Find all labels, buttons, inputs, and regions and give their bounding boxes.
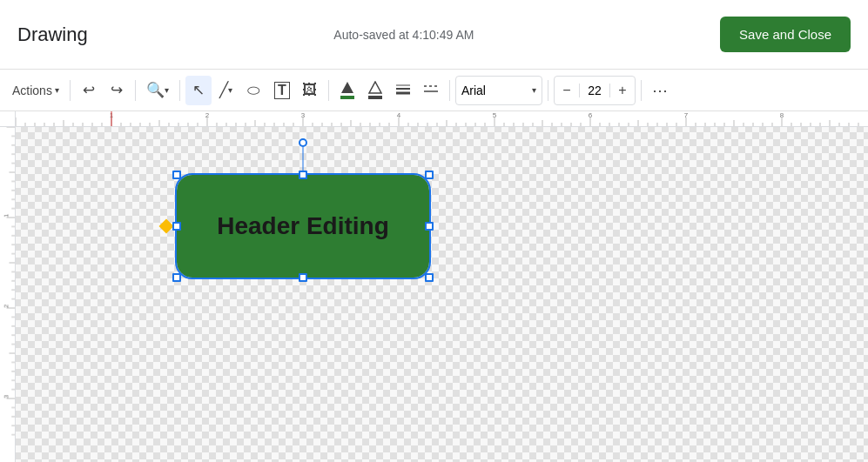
decrease-icon: −: [562, 83, 570, 98]
autosave-status: Auto-saved at 4:10:49 AM: [333, 28, 474, 42]
line-dash-button[interactable]: [418, 76, 444, 105]
font-selector-arrow: ▾: [532, 85, 536, 95]
border-color-icon: [368, 81, 382, 99]
drawing-content[interactable]: Header Editing: [16, 127, 868, 462]
line-weight-icon: [395, 82, 411, 98]
shape-tool-button[interactable]: ⬭: [241, 76, 267, 105]
handle-bottom-left[interactable]: [172, 273, 181, 282]
handle-top-right[interactable]: [425, 171, 434, 179]
handle-middle-right[interactable]: [425, 222, 434, 231]
more-options-button[interactable]: ⋯: [647, 76, 674, 105]
svg-marker-0: [341, 82, 353, 93]
font-size-input[interactable]: [579, 84, 610, 97]
fill-icon: [340, 81, 354, 99]
font-name: Arial: [461, 84, 532, 97]
more-icon: ⋯: [652, 81, 669, 100]
zoom-button[interactable]: 🔍 ▾: [141, 76, 174, 105]
handle-bottom-middle[interactable]: [299, 273, 307, 282]
line-weight-button[interactable]: [390, 76, 416, 105]
image-icon: 🖼: [302, 82, 317, 99]
svg-marker-1: [369, 82, 381, 93]
font-size-decrease-button[interactable]: −: [555, 76, 579, 105]
select-tool-button[interactable]: ↖: [185, 76, 212, 105]
fill-color-button[interactable]: [334, 76, 360, 105]
line-dash-icon: [423, 82, 439, 98]
horizontal-ruler: [16, 111, 868, 127]
textbox-icon: T: [274, 82, 290, 99]
actions-label: Actions: [12, 84, 52, 97]
divider-2: [135, 80, 136, 101]
undo-icon: ↩: [83, 81, 95, 99]
zoom-icon: 🔍: [146, 81, 165, 99]
app-header: Drawing Auto-saved at 4:10:49 AM Save an…: [0, 0, 868, 70]
redo-button[interactable]: ↪: [104, 76, 130, 105]
handle-middle-left[interactable]: [172, 222, 181, 231]
yellow-corner-handle[interactable]: [159, 219, 174, 234]
save-close-button[interactable]: Save and Close: [720, 17, 851, 52]
rotation-line: [303, 147, 304, 171]
font-size-increase-button[interactable]: +: [610, 76, 635, 105]
divider-5: [449, 80, 450, 101]
undo-button[interactable]: ↩: [76, 76, 102, 105]
shape-text: Header Editing: [217, 212, 389, 240]
vertical-ruler: [0, 127, 16, 462]
shape-box[interactable]: Header Editing: [177, 175, 429, 278]
actions-dropdown-arrow: ▾: [55, 85, 59, 95]
toolbar: Actions ▾ ↩ ↪ 🔍 ▾ ↖ ╱ ▾ ⬭ T 🖼: [0, 70, 868, 111]
image-tool-button[interactable]: 🖼: [297, 76, 323, 105]
shape-icon: ⬭: [247, 82, 260, 99]
shape-container[interactable]: Header Editing: [177, 175, 429, 278]
handle-top-left[interactable]: [172, 171, 181, 179]
line-arrow: ▾: [228, 85, 232, 95]
font-size-container: − +: [554, 76, 636, 105]
divider-4: [328, 80, 329, 101]
zoom-arrow: ▾: [165, 85, 169, 95]
divider-6: [548, 80, 548, 101]
redo-icon: ↪: [111, 81, 123, 99]
canvas-area[interactable]: Header Editing: [0, 111, 868, 462]
ruler-corner: [0, 111, 16, 127]
increase-icon: +: [618, 83, 626, 98]
handle-top-middle[interactable]: [299, 171, 307, 179]
select-icon: ↖: [192, 81, 205, 99]
line-tool-button[interactable]: ╱ ▾: [213, 76, 239, 105]
divider-7: [641, 80, 642, 101]
divider-3: [179, 80, 180, 101]
font-selector[interactable]: Arial ▾: [455, 76, 542, 105]
border-color-button[interactable]: [362, 76, 388, 105]
textbox-tool-button[interactable]: T: [269, 76, 295, 105]
rotation-handle[interactable]: [299, 138, 307, 147]
actions-menu[interactable]: Actions ▾: [7, 76, 64, 105]
handle-bottom-right[interactable]: [425, 273, 434, 282]
app-title: Drawing: [17, 23, 88, 46]
line-icon: ╱: [219, 81, 228, 99]
divider-1: [70, 80, 71, 101]
